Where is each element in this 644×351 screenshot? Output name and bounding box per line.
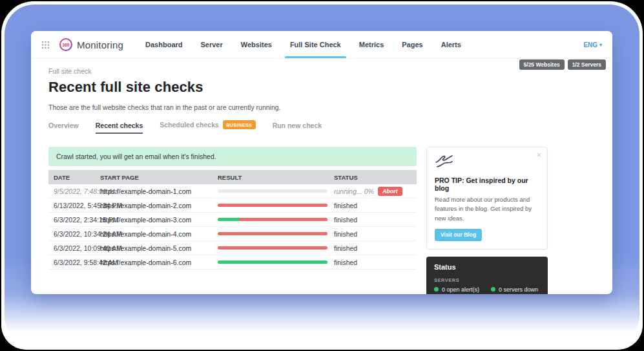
status-ok-dot bbox=[491, 287, 495, 292]
status-sections: SERVERS0 open alert(s)0 servers downWEBS… bbox=[434, 277, 540, 294]
cell-start-page[interactable]: https://example-domain-5.com bbox=[100, 244, 218, 252]
cell-start-page[interactable]: https://example-domain-6.com bbox=[100, 259, 218, 266]
table-body: 9/5/2022, 7:48:09 AMhttps://example-doma… bbox=[48, 184, 417, 270]
status-panel: Status SERVERS0 open alert(s)0 servers d… bbox=[426, 257, 548, 294]
app-launcher-icon[interactable] bbox=[41, 41, 50, 49]
cell-start-page[interactable]: https://example-domain-2.com bbox=[100, 202, 218, 209]
logo-360-icon: 360 bbox=[59, 37, 73, 52]
status-ok-dot bbox=[434, 287, 439, 292]
status-section-label-servers: SERVERS bbox=[434, 277, 540, 283]
cell-status: finished bbox=[334, 202, 417, 209]
tab-run-new-check[interactable]: Run new check bbox=[273, 122, 322, 134]
cell-start-page[interactable]: https://example-domain-4.com bbox=[100, 230, 218, 238]
success-banner: Crawl started, you will get an email whe… bbox=[48, 147, 417, 166]
tab-scheduled-checks[interactable]: Scheduled checksBUSINESS bbox=[160, 120, 255, 134]
cell-status: finished bbox=[334, 259, 417, 266]
tab-overview[interactable]: Overview bbox=[48, 122, 79, 134]
pro-tip-title: PRO TIP: Get inspired by our blog bbox=[435, 176, 539, 192]
progress-bar bbox=[218, 261, 327, 264]
quota-badge-1-2-servers: 1/2 Servers bbox=[568, 59, 606, 70]
close-icon[interactable]: × bbox=[536, 151, 541, 159]
progress-bar bbox=[218, 204, 327, 207]
quota-badges: 5/25 Websites1/2 Servers bbox=[519, 59, 606, 70]
tab-recent-checks[interactable]: Recent checks bbox=[96, 122, 143, 134]
pro-tip-body: Read more about our products and feature… bbox=[435, 195, 539, 223]
main-column: Crawl started, you will get an email whe… bbox=[48, 147, 417, 270]
breadcrumb: Full site check bbox=[48, 67, 595, 75]
table-row: 6/3/2022, 2:34:15 PMhttps://example-doma… bbox=[48, 213, 417, 227]
cell-status: finished bbox=[334, 216, 417, 224]
nav-item-dashboard[interactable]: Dashboard bbox=[145, 31, 182, 58]
status-text: finished bbox=[334, 230, 357, 238]
table-row: 6/3/2022, 10:34:24 AMhttps://example-dom… bbox=[48, 227, 417, 241]
cell-date: 6/13/2022, 5:45:34 PM bbox=[48, 202, 100, 209]
cell-date: 6/3/2022, 10:09:40 AM bbox=[48, 244, 100, 252]
status-text: finished bbox=[334, 216, 357, 224]
status-item: 0 open alert(s) bbox=[434, 286, 491, 293]
status-text: finished bbox=[334, 259, 357, 266]
top-navigation: 360 Monitoring DashboardServerWebsitesFu… bbox=[31, 31, 612, 59]
cell-date: 9/5/2022, 7:48:09 AM bbox=[48, 187, 100, 195]
brand-name: Monitoring bbox=[77, 39, 123, 50]
language-selector[interactable]: ENG ▾ bbox=[583, 41, 602, 48]
status-text: finished bbox=[334, 244, 357, 252]
brand-logo[interactable]: 360 Monitoring bbox=[59, 37, 123, 52]
page-title: Recent full site checks bbox=[48, 79, 595, 96]
column-header-result: RESULT bbox=[218, 174, 334, 181]
column-header-status: STATUS bbox=[334, 174, 417, 181]
cell-start-page[interactable]: https://example-domain-1.com bbox=[100, 187, 218, 195]
quota-badge-5-25-websites: 5/25 Websites bbox=[519, 59, 565, 70]
status-panel-title: Status bbox=[434, 263, 540, 271]
cell-result bbox=[218, 189, 334, 193]
tab-bar: OverviewRecent checksScheduled checksBUS… bbox=[48, 120, 595, 134]
sidebar-column: × PRO TIP: Get inspired by our blog Read… bbox=[426, 147, 548, 294]
cell-result bbox=[218, 218, 334, 221]
progress-segment bbox=[218, 232, 327, 235]
cell-status: finished bbox=[334, 230, 417, 238]
table-row: 6/3/2022, 9:58:42 AMhttps://example-doma… bbox=[48, 255, 417, 270]
nav-item-alerts[interactable]: Alerts bbox=[441, 31, 461, 58]
language-label: ENG bbox=[583, 41, 597, 48]
page-header: Full site check Recent full site checks … bbox=[31, 59, 612, 134]
progress-segment bbox=[240, 218, 327, 221]
visit-blog-button[interactable]: Visit our Blog bbox=[435, 229, 482, 241]
progress-bar bbox=[218, 189, 327, 193]
doodle-scribble-icon bbox=[435, 154, 454, 169]
table-row: 6/13/2022, 5:45:34 PMhttps://example-dom… bbox=[48, 198, 417, 213]
cell-result bbox=[218, 246, 334, 250]
tab-label: Scheduled checks bbox=[160, 121, 219, 129]
column-header-date: DATE bbox=[48, 174, 100, 181]
status-text: running... 0% bbox=[334, 187, 374, 195]
content-columns: Crawl started, you will get an email whe… bbox=[31, 147, 612, 294]
cell-result bbox=[218, 204, 334, 207]
nav-item-pages[interactable]: Pages bbox=[402, 31, 422, 58]
cell-date: 6/3/2022, 9:58:42 AM bbox=[48, 259, 100, 266]
tab-label: Run new check bbox=[273, 122, 322, 129]
tab-label: Recent checks bbox=[96, 122, 143, 129]
status-item: 0 servers down bbox=[491, 286, 540, 293]
logo-360-text: 360 bbox=[63, 43, 70, 47]
nav-item-full-site-check[interactable]: Full Site Check bbox=[290, 31, 341, 58]
cell-status: running... 0%Abort bbox=[334, 187, 417, 196]
tab-label: Overview bbox=[48, 122, 79, 129]
progress-segment bbox=[218, 261, 327, 264]
cell-start-page[interactable]: https://example-domain-3.com bbox=[100, 216, 218, 224]
status-item-text: 0 open alert(s) bbox=[442, 286, 479, 293]
business-badge: BUSINESS bbox=[223, 120, 256, 129]
cell-date: 6/3/2022, 2:34:15 PM bbox=[48, 216, 100, 224]
abort-button[interactable]: Abort bbox=[378, 187, 402, 196]
status-item-text: 0 servers down bbox=[499, 286, 538, 293]
chevron-down-icon: ▾ bbox=[599, 42, 602, 48]
progress-bar bbox=[218, 246, 327, 250]
status-items: 0 open alert(s)0 servers down bbox=[434, 286, 540, 293]
nav-item-server[interactable]: Server bbox=[201, 31, 223, 58]
marketing-frame: 360 Monitoring DashboardServerWebsitesFu… bbox=[0, 0, 644, 351]
progress-segment bbox=[218, 246, 327, 250]
page-subtitle: Those are the full website checks that r… bbox=[48, 103, 595, 111]
checks-table: DATESTART PAGERESULTSTATUS 9/5/2022, 7:4… bbox=[48, 170, 417, 270]
table-header-row: DATESTART PAGERESULTSTATUS bbox=[48, 170, 417, 184]
progress-bar bbox=[218, 218, 327, 221]
nav-item-websites[interactable]: Websites bbox=[241, 31, 272, 58]
nav-items: DashboardServerWebsitesFull Site CheckMe… bbox=[145, 31, 461, 58]
nav-item-metrics[interactable]: Metrics bbox=[359, 31, 384, 58]
